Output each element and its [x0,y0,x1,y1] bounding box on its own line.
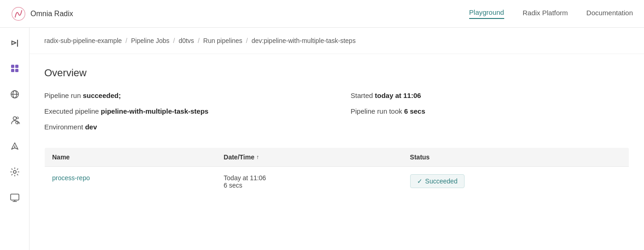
info-grid: Pipeline run succeeded; Started today at… [44,90,629,133]
send-icon[interactable] [7,139,22,153]
check-icon: ✓ [417,177,423,185]
process-repo-link[interactable]: process-repo [52,174,90,182]
monitor-icon[interactable] [7,190,22,205]
started-bold: today at 11:06 [375,91,421,99]
team-icon[interactable] [7,113,22,128]
table-header: Name Date/Time ↑ Status [45,148,629,167]
status-badge: ✓ Succeeded [410,174,465,188]
cell-status: ✓ Succeeded [403,167,629,197]
table-row: process-repo Today at 11:06 6 secs ✓ Suc… [45,167,629,197]
environment-bold: dev [85,123,97,131]
nav-link-radix-platform[interactable]: Radix Platform [523,9,568,18]
table-body: process-repo Today at 11:06 6 secs ✓ Suc… [45,167,629,197]
svg-point-8 [13,117,16,120]
duration-label: Pipeline run took [351,107,404,115]
svg-point-9 [17,117,18,119]
col-header-name: Name [45,148,216,167]
started-label: Started [351,91,375,99]
datetime-line2: 6 secs [224,182,395,189]
logo-text: Omnia Radix [30,10,73,18]
logo-area: Omnia Radix [11,6,73,21]
pipeline-table: Name Date/Time ↑ Status [44,147,629,197]
status-text: Succeeded [425,177,458,185]
pipeline-run-bold: succeeded; [83,91,121,99]
breadcrumb-sep-2: / [173,37,175,44]
started-info: Started today at 11:06 [351,90,629,101]
svg-rect-17 [11,194,19,200]
grid-icon[interactable] [7,61,22,76]
page-content: Overview Pipeline run succeeded; Started… [30,54,644,210]
breadcrumb-d0tvs[interactable]: d0tvs [179,37,194,44]
logo-icon [11,6,26,21]
sidebar: ⊳| [0,28,30,250]
nav-links: Playground Radix Platform Documentation [469,8,633,19]
breadcrumb: radix-sub-pipeline-example / Pipeline Jo… [30,28,644,54]
breadcrumb-current: dev:pipeline-with-multiple-task-steps [251,37,356,44]
cell-datetime: Today at 11:06 6 secs [216,167,403,197]
breadcrumb-sep-1: / [125,37,127,44]
pipeline-run-status: Pipeline run succeeded; [44,90,323,101]
empty-cell [351,122,629,133]
col-header-status: Status [403,148,629,167]
breadcrumb-sep-3: / [198,37,200,44]
breadcrumb-radix-sub[interactable]: radix-sub-pipeline-example [44,37,122,44]
duration-bold: 6 secs [404,107,425,115]
sort-arrow-icon: ↑ [256,154,259,160]
executed-pipeline-label: Executed pipeline [44,107,101,115]
environment-info: Environment dev [44,122,323,133]
settings-icon[interactable] [7,165,22,179]
svg-point-16 [13,171,16,173]
datetime-line1: Today at 11:06 [224,174,395,182]
breadcrumb-sep-4: / [246,37,248,44]
overview-title: Overview [44,67,629,79]
executed-pipeline-bold: pipeline-with-multiple-task-steps [101,107,209,115]
nav-link-documentation[interactable]: Documentation [586,9,633,18]
environment-label: Environment [44,123,85,131]
sidebar-toggle[interactable]: ⊳| [7,35,22,50]
top-nav: Omnia Radix Playground Radix Platform Do… [0,0,644,28]
col-header-datetime[interactable]: Date/Time ↑ [216,148,403,167]
table-header-row: Name Date/Time ↑ Status [45,148,629,167]
svg-rect-2 [15,65,18,68]
svg-rect-3 [11,69,14,72]
svg-rect-1 [11,65,14,68]
nav-link-playground[interactable]: Playground [469,8,504,19]
pipeline-run-label: Pipeline run [44,91,83,99]
globe-icon[interactable] [7,87,22,102]
cell-name: process-repo [45,167,216,197]
duration-info: Pipeline run took 6 secs [351,106,629,117]
svg-rect-4 [15,69,18,72]
breadcrumb-run-pipelines[interactable]: Run pipelines [203,37,243,44]
executed-pipeline: Executed pipeline pipeline-with-multiple… [44,106,323,117]
breadcrumb-pipeline-jobs[interactable]: Pipeline Jobs [131,37,169,44]
content-area: radix-sub-pipeline-example / Pipeline Jo… [30,28,644,250]
main-layout: ⊳| [0,28,644,250]
